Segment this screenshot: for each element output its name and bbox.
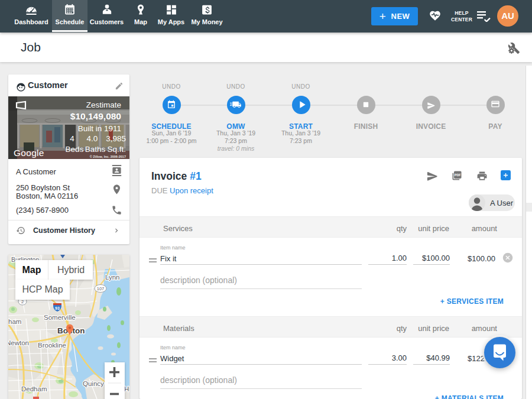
svg-text:107: 107 xyxy=(97,286,105,291)
svg-text:PDF: PDF xyxy=(455,173,462,177)
svg-text:Newton: Newton xyxy=(8,339,29,346)
svg-text:ham: ham xyxy=(8,318,21,325)
svg-text:93: 93 xyxy=(55,306,60,310)
svg-text:Dedham: Dedham xyxy=(21,385,47,392)
svg-text:2: 2 xyxy=(21,299,24,304)
svg-text:Hi: Hi xyxy=(124,385,129,392)
svg-text:Lynn: Lynn xyxy=(105,274,120,281)
svg-text:Brookline: Brookline xyxy=(38,342,66,349)
svg-text:Quincy: Quincy xyxy=(83,380,104,387)
svg-text:Somerville: Somerville xyxy=(44,314,76,321)
